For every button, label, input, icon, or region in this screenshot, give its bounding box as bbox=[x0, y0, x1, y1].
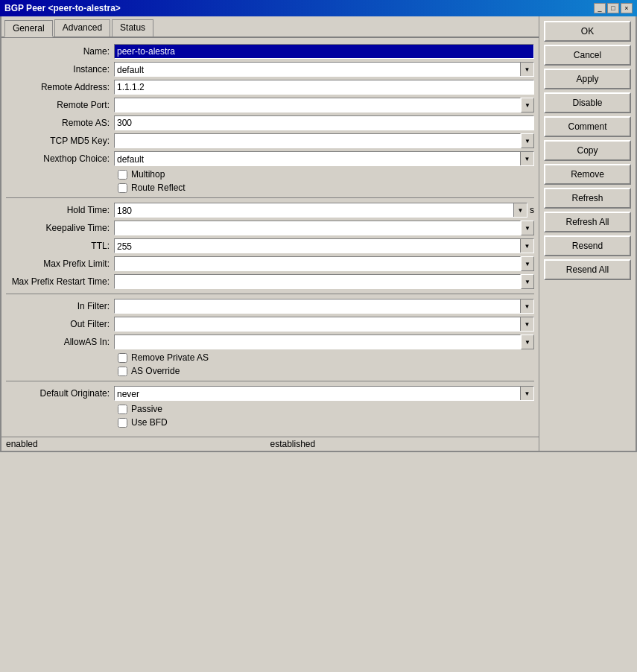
refresh-button[interactable]: Refresh bbox=[544, 188, 631, 209]
remote-port-arrow[interactable]: ▼ bbox=[521, 98, 534, 112]
in-filter-value bbox=[115, 299, 520, 313]
default-originate-field: never ▼ bbox=[114, 386, 534, 401]
out-filter-arrow[interactable]: ▼ bbox=[520, 317, 533, 331]
remote-address-row: Remote Address: bbox=[6, 80, 534, 95]
in-filter-row: In Filter: ▼ bbox=[6, 299, 534, 314]
maximize-button[interactable]: □ bbox=[607, 3, 619, 13]
status-right: established bbox=[270, 439, 535, 449]
passive-row: Passive bbox=[6, 404, 534, 414]
ttl-label: TTL: bbox=[6, 241, 114, 251]
multihop-checkbox[interactable] bbox=[118, 170, 127, 180]
ttl-arrow[interactable]: ▼ bbox=[520, 239, 533, 253]
separator-1 bbox=[6, 197, 534, 198]
tab-general[interactable]: General bbox=[4, 20, 53, 37]
tcp-md5-field: ▼ bbox=[114, 133, 534, 148]
allowas-row: AllowAS In: ▼ bbox=[6, 335, 534, 349]
tcp-md5-label: TCP MD5 Key: bbox=[6, 136, 114, 146]
remote-address-label: Remote Address: bbox=[6, 82, 114, 92]
remote-port-row: Remote Port: ▼ bbox=[6, 98, 534, 112]
use-bfd-checkbox[interactable] bbox=[118, 418, 127, 428]
remote-port-input[interactable] bbox=[114, 98, 521, 112]
remote-address-field bbox=[114, 80, 534, 95]
remote-address-input[interactable] bbox=[114, 80, 534, 95]
max-prefix-restart-dropdown: ▼ bbox=[114, 274, 534, 289]
resend-button[interactable]: Resend bbox=[544, 235, 631, 256]
in-filter-dropdown[interactable]: ▼ bbox=[114, 299, 534, 314]
ttl-dropdown[interactable]: 255 ▼ bbox=[114, 238, 534, 253]
route-reflect-checkbox[interactable] bbox=[118, 183, 127, 193]
disable-button[interactable]: Disable bbox=[544, 92, 631, 113]
out-filter-field: ▼ bbox=[114, 317, 534, 332]
passive-label: Passive bbox=[131, 404, 162, 414]
refresh-all-button[interactable]: Refresh All bbox=[544, 212, 631, 232]
ttl-field: 255 ▼ bbox=[114, 238, 534, 253]
instance-dropdown-arrow[interactable]: ▼ bbox=[520, 63, 533, 76]
remove-button[interactable]: Remove bbox=[544, 164, 631, 185]
close-button[interactable]: × bbox=[621, 3, 633, 13]
default-originate-dropdown[interactable]: never ▼ bbox=[114, 386, 534, 401]
window-title: BGP Peer <peer-to-alestra> bbox=[4, 3, 121, 13]
allowas-arrow[interactable]: ▼ bbox=[521, 335, 534, 349]
default-originate-arrow[interactable]: ▼ bbox=[520, 387, 533, 400]
hold-time-row: Hold Time: 180 ▼ s bbox=[6, 203, 534, 218]
minimize-button[interactable]: _ bbox=[594, 3, 606, 13]
tcp-md5-arrow[interactable]: ▼ bbox=[521, 133, 534, 148]
remove-private-as-checkbox[interactable] bbox=[118, 353, 127, 363]
hold-time-suffix: s bbox=[530, 205, 534, 215]
use-bfd-row: Use BFD bbox=[6, 417, 534, 428]
max-prefix-restart-input[interactable] bbox=[114, 274, 521, 289]
form-content: Name: Instance: default ▼ Remote Address… bbox=[1, 38, 539, 437]
status-left: enabled bbox=[6, 439, 270, 449]
cancel-button[interactable]: Cancel bbox=[544, 45, 631, 66]
remote-as-input[interactable] bbox=[114, 115, 534, 130]
default-originate-label: Default Originate: bbox=[6, 388, 114, 399]
nexthop-dropdown[interactable]: default ▼ bbox=[114, 151, 534, 166]
max-prefix-restart-row: Max Prefix Restart Time: ▼ bbox=[6, 274, 534, 289]
route-reflect-row: Route Reflect bbox=[6, 183, 534, 193]
name-input[interactable] bbox=[114, 44, 534, 59]
as-override-label: AS Override bbox=[131, 366, 180, 376]
keepalive-arrow[interactable]: ▼ bbox=[521, 221, 534, 235]
hold-time-arrow[interactable]: ▼ bbox=[513, 203, 527, 217]
title-bar: BGP Peer <peer-to-alestra> _ □ × bbox=[0, 0, 637, 16]
separator-2 bbox=[6, 294, 534, 294]
instance-dropdown[interactable]: default ▼ bbox=[114, 62, 534, 77]
name-label: Name: bbox=[6, 46, 114, 57]
passive-checkbox[interactable] bbox=[118, 405, 127, 414]
ttl-value: 255 bbox=[115, 239, 520, 253]
max-prefix-restart-arrow[interactable]: ▼ bbox=[521, 274, 534, 289]
nexthop-field: default ▼ bbox=[114, 151, 534, 166]
max-prefix-limit-dropdown: ▼ bbox=[114, 256, 534, 271]
keepalive-row: Keepalive Time: ▼ bbox=[6, 221, 534, 235]
ok-button[interactable]: OK bbox=[544, 21, 631, 42]
left-panel: General Advanced Status Name: Instance: … bbox=[1, 16, 539, 451]
allowas-dropdown: ▼ bbox=[114, 335, 534, 349]
nexthop-arrow[interactable]: ▼ bbox=[520, 152, 533, 165]
keepalive-input[interactable] bbox=[114, 221, 521, 235]
keepalive-label: Keepalive Time: bbox=[6, 223, 114, 233]
hold-time-dropdown[interactable]: 180 ▼ bbox=[114, 203, 527, 218]
tab-status[interactable]: Status bbox=[112, 19, 153, 37]
out-filter-dropdown[interactable]: ▼ bbox=[114, 317, 534, 332]
max-prefix-limit-arrow[interactable]: ▼ bbox=[521, 256, 534, 271]
remote-as-row: Remote AS: bbox=[6, 115, 534, 130]
out-filter-label: Out Filter: bbox=[6, 319, 114, 329]
allowas-input[interactable] bbox=[114, 335, 521, 349]
tab-advanced[interactable]: Advanced bbox=[54, 19, 110, 37]
instance-value: default bbox=[115, 63, 520, 76]
in-filter-arrow[interactable]: ▼ bbox=[520, 299, 533, 313]
max-prefix-limit-input[interactable] bbox=[114, 256, 521, 271]
as-override-checkbox[interactable] bbox=[118, 367, 127, 376]
tcp-md5-input[interactable] bbox=[114, 133, 521, 148]
tcp-md5-dropdown: ▼ bbox=[114, 133, 534, 148]
copy-button[interactable]: Copy bbox=[544, 140, 631, 161]
comment-button[interactable]: Comment bbox=[544, 116, 631, 137]
remote-port-dropdown: ▼ bbox=[114, 98, 534, 112]
max-prefix-restart-field: ▼ bbox=[114, 274, 534, 289]
main-container: General Advanced Status Name: Instance: … bbox=[0, 16, 637, 452]
apply-button[interactable]: Apply bbox=[544, 69, 631, 89]
resend-all-button[interactable]: Resend All bbox=[544, 259, 631, 280]
nexthop-row: Nexthop Choice: default ▼ bbox=[6, 151, 534, 166]
remote-port-field: ▼ bbox=[114, 98, 534, 112]
nexthop-label: Nexthop Choice: bbox=[6, 153, 114, 164]
